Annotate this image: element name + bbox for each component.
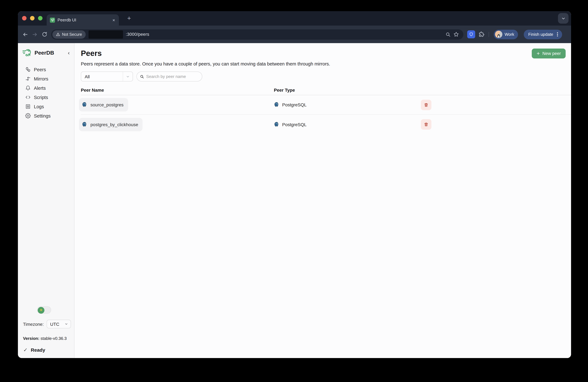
reload-icon: [42, 32, 47, 37]
peer-type-label: PostgreSQL: [282, 102, 307, 107]
version-value: stable-v0.36.3: [40, 336, 67, 341]
plus-icon: +: [537, 51, 540, 56]
zoom-magnifier-icon[interactable]: [445, 32, 451, 37]
trash-icon: [424, 122, 429, 127]
peer-type-cell: PostgreSQL: [274, 121, 421, 127]
table-row: postgres_by_clickhouse PostgreSQL: [81, 115, 571, 134]
peerdb-favicon-icon: [50, 17, 55, 22]
sidebar-collapse-button[interactable]: ‹: [67, 50, 71, 56]
sidebar-item-scripts[interactable]: Scripts: [18, 93, 74, 102]
search-input[interactable]: [146, 74, 199, 79]
minimize-window-button[interactable]: [30, 16, 35, 20]
sidebar-item-label: Peers: [34, 67, 46, 72]
sidebar-item-logs[interactable]: Logs: [18, 102, 74, 111]
peer-name-label: source_postgres: [90, 102, 124, 107]
plug-icon: [25, 67, 31, 72]
version-label: Version:: [23, 336, 40, 341]
address-bar[interactable]: Not Secure :3000/peers: [51, 29, 463, 40]
check-icon: ✓: [23, 347, 28, 353]
profile-name: Work: [504, 32, 514, 37]
traffic-lights: [22, 16, 42, 20]
sun-icon: ☀: [38, 307, 44, 314]
peerdb-logo-icon: [22, 48, 32, 58]
browser-toolbar: Not Secure :3000/peers: [18, 25, 571, 43]
browser-tab[interactable]: Peerdb UI ×: [47, 14, 119, 25]
chevron-down-icon: [561, 16, 566, 20]
url-text: :3000/peers: [126, 32, 149, 37]
sidebar-item-label: Scripts: [34, 95, 48, 100]
table-row: source_postgres PostgreSQL: [81, 95, 571, 115]
zoom-window-button[interactable]: [38, 16, 42, 20]
peer-type-cell: PostgreSQL: [274, 102, 421, 108]
new-peer-button[interactable]: + New peer: [532, 48, 566, 58]
bitwarden-extension-icon[interactable]: [467, 30, 475, 38]
theme-toggle[interactable]: ☀: [37, 306, 51, 314]
chevron-down-icon: [126, 75, 130, 79]
column-header-peer-name: Peer Name: [81, 87, 274, 93]
penguin-icon: [496, 33, 501, 38]
postgresql-icon: [274, 121, 280, 127]
not-secure-label: Not Secure: [62, 32, 82, 37]
column-header-peer-type: Peer Type: [274, 87, 421, 93]
search-icon: [140, 74, 144, 79]
not-secure-chip[interactable]: Not Secure: [52, 30, 85, 39]
filter-value: All: [85, 74, 123, 79]
postgresql-icon: [82, 102, 87, 108]
brand-row: PeerDB ‹: [18, 48, 74, 58]
forward-button[interactable]: [30, 30, 40, 39]
peer-name-label: postgres_by_clickhouse: [90, 122, 138, 127]
sidebar-item-label: Logs: [34, 104, 44, 109]
delete-peer-button[interactable]: [421, 119, 431, 130]
page-content: PeerDB ‹ Peers Mirrors: [18, 43, 571, 358]
postgresql-icon: [82, 121, 87, 127]
finish-update-label: Finish update: [528, 32, 553, 37]
peer-name-link[interactable]: source_postgres: [79, 98, 128, 111]
brand-name: PeerDB: [35, 50, 64, 56]
redacted-host: [88, 30, 123, 39]
bookmark-star-icon[interactable]: [453, 32, 459, 37]
close-window-button[interactable]: [22, 16, 26, 20]
peer-type-label: PostgreSQL: [282, 122, 307, 127]
sidebar-item-label: Settings: [34, 113, 51, 118]
profile-button[interactable]: Work: [494, 30, 518, 39]
sidebar-item-peers[interactable]: Peers: [18, 65, 74, 74]
finish-update-button[interactable]: Finish update: [524, 30, 562, 39]
close-tab-icon[interactable]: ×: [112, 17, 116, 22]
shield-icon: [469, 32, 473, 36]
sidebar-item-settings[interactable]: Settings: [18, 111, 74, 121]
version-text: Version: stable-v0.36.3: [23, 336, 71, 341]
peers-table-body: source_postgres PostgreSQL: [81, 95, 571, 134]
postgresql-icon: [274, 102, 280, 108]
delete-peer-button[interactable]: [421, 100, 431, 110]
new-peer-label: New peer: [542, 51, 561, 56]
back-button[interactable]: [21, 30, 30, 39]
peer-name-link[interactable]: postgres_by_clickhouse: [79, 118, 143, 131]
sidebar-item-alerts[interactable]: Alerts: [18, 83, 74, 93]
tab-title: Peerdb UI: [58, 18, 109, 22]
gear-icon: [25, 113, 31, 119]
timezone-label: Timezone:: [23, 322, 44, 327]
extensions-puzzle-icon[interactable]: [478, 31, 484, 37]
status-row: ✓ Ready: [23, 347, 71, 353]
swap-arrows-icon: [25, 76, 31, 81]
browser-menu-kebab-icon[interactable]: [556, 32, 559, 36]
timezone-value: UTC: [50, 322, 64, 327]
toolbar-divider: [489, 32, 489, 37]
new-tab-button[interactable]: +: [125, 14, 134, 23]
forward-arrow-icon: [32, 31, 38, 37]
tab-search-button[interactable]: [558, 13, 568, 24]
peers-table: Peer Name Peer Type source_postgres: [81, 85, 571, 134]
reload-button[interactable]: [40, 30, 49, 39]
profile-avatar: [495, 31, 502, 38]
browser-window: Peerdb UI × +: [18, 11, 571, 358]
extensions-area: Work Finish update: [467, 30, 562, 39]
peer-type-filter[interactable]: All: [81, 72, 133, 81]
chevron-down-icon: [64, 322, 68, 326]
sidebar: PeerDB ‹ Peers Mirrors: [18, 43, 74, 358]
sidebar-item-mirrors[interactable]: Mirrors: [18, 74, 74, 83]
tab-strip: Peerdb UI × +: [18, 11, 571, 25]
trash-icon: [424, 102, 429, 107]
timezone-select[interactable]: UTC: [47, 320, 71, 328]
sidebar-item-label: Mirrors: [34, 76, 48, 81]
page-title: Peers: [81, 49, 532, 58]
